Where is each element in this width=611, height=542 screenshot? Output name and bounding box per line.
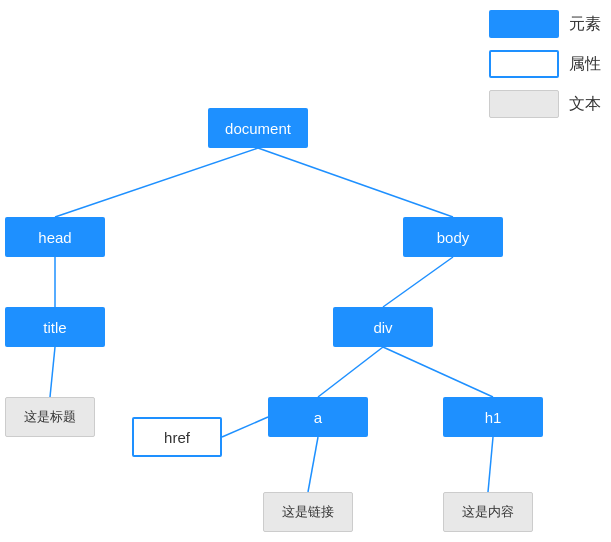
legend-item-text: 文本: [489, 90, 601, 118]
node-a: a: [268, 397, 368, 437]
node-div: div: [333, 307, 433, 347]
legend-box-element: [489, 10, 559, 38]
legend-item-attribute: 属性: [489, 50, 601, 78]
legend-label-text: 文本: [569, 94, 601, 115]
node-body: body: [403, 217, 503, 257]
node-href: href: [132, 417, 222, 457]
node-h1: h1: [443, 397, 543, 437]
svg-line-0: [55, 148, 258, 217]
svg-line-6: [383, 347, 493, 397]
svg-line-5: [318, 347, 383, 397]
legend-item-element: 元素: [489, 10, 601, 38]
svg-line-4: [383, 257, 453, 307]
legend-label-element: 元素: [569, 14, 601, 35]
node-title: title: [5, 307, 105, 347]
node-a-text: 这是链接: [263, 492, 353, 532]
legend-box-attribute: [489, 50, 559, 78]
svg-line-9: [488, 437, 493, 492]
node-h1-text: 这是内容: [443, 492, 533, 532]
svg-line-1: [258, 148, 453, 217]
svg-line-7: [222, 417, 268, 437]
svg-line-3: [50, 347, 55, 397]
legend-label-attribute: 属性: [569, 54, 601, 75]
legend: 元素 属性 文本: [489, 10, 601, 118]
node-title-text: 这是标题: [5, 397, 95, 437]
diagram-container: 元素 属性 文本 document head body title div 这是…: [0, 0, 611, 542]
svg-line-8: [308, 437, 318, 492]
legend-box-text: [489, 90, 559, 118]
node-document: document: [208, 108, 308, 148]
node-head: head: [5, 217, 105, 257]
